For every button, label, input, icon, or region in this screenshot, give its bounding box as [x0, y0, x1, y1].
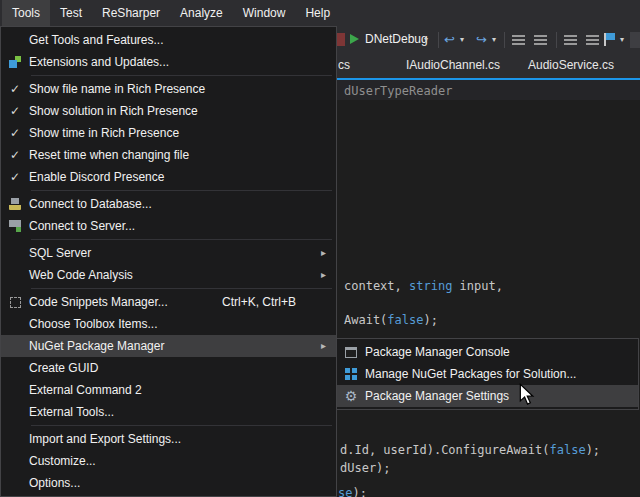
- tools-menu: Get Tools and Features...Extensions and …: [0, 26, 337, 497]
- menu-item-label: Extensions and Updates...: [29, 55, 336, 69]
- menu-item-shortcut: Ctrl+K, Ctrl+B: [222, 295, 296, 309]
- code-segment: );: [423, 313, 437, 327]
- tab-audioservice[interactable]: AudioService.cs: [520, 53, 622, 78]
- code-line: se);: [338, 486, 367, 497]
- code-line: context, string input,: [344, 279, 503, 293]
- menu-item-label: Package Manager Console: [365, 345, 638, 359]
- unindent-icon[interactable]: [534, 35, 547, 45]
- menu-item-connect-to-server[interactable]: Connect to Server...: [1, 215, 336, 237]
- menu-item-show-solution-in-rich-presence[interactable]: ✓Show solution in Rich Presence: [1, 100, 336, 122]
- menu-separator: [31, 190, 332, 191]
- code-line: Await(false);: [344, 313, 438, 327]
- menu-item-sql-server[interactable]: SQL Server▸: [1, 242, 336, 264]
- menubar: ToolsTestReSharperAnalyzeWindowHelp: [0, 0, 640, 26]
- menu-item-show-file-name-in-rich-presence[interactable]: ✓Show file name in Rich Presence: [1, 78, 336, 100]
- menu-item-label: Options...: [29, 476, 336, 490]
- menu-item-label: Choose Toolbox Items...: [29, 317, 336, 331]
- gear-icon: [344, 389, 358, 403]
- menu-item-label: Reset time when changing file: [29, 148, 336, 162]
- debug-target-label[interactable]: DNetDebug: [365, 26, 428, 53]
- menu-item-options[interactable]: Options...: [1, 472, 336, 494]
- menu-separator: [31, 75, 332, 76]
- code-segment: dUserTypeReader: [344, 84, 452, 98]
- menu-item-import-and-export-settings[interactable]: Import and Export Settings...: [1, 428, 336, 450]
- tools-menu-list: Get Tools and Features...Extensions and …: [1, 29, 336, 494]
- menu-item-label: Show solution in Rich Presence: [29, 104, 336, 118]
- menu-item-customize[interactable]: Customize...: [1, 450, 336, 472]
- code-segment: se: [338, 486, 352, 497]
- menu-gutter: [337, 389, 365, 403]
- menu-gutter: [1, 198, 29, 210]
- menu-gutter: [1, 220, 29, 232]
- toolbar-overflow-button[interactable]: [630, 32, 640, 48]
- uncomment-icon[interactable]: [586, 35, 599, 45]
- menu-item-label: Create GUID: [29, 361, 336, 375]
- menu-item-get-tools-and-features[interactable]: Get Tools and Features...: [1, 29, 336, 51]
- comment-icon[interactable]: [564, 35, 577, 45]
- code-segment: false: [387, 313, 423, 327]
- menu-separator: [31, 239, 332, 240]
- navigate-forward-caret-icon[interactable]: ▾: [492, 26, 496, 53]
- navigate-forward-icon[interactable]: ↪: [476, 32, 487, 47]
- checkmark-icon: ✓: [1, 104, 29, 118]
- menu-item-label: External Command 2: [29, 383, 336, 397]
- menu-item-label: Connect to Database...: [29, 197, 336, 211]
- tab-iaudiochannel[interactable]: IAudioChannel.cs: [398, 53, 508, 78]
- code-segment: string: [409, 279, 452, 293]
- toolbar-separator: [438, 32, 439, 48]
- code-line: dUser);: [340, 461, 391, 475]
- server-icon: [9, 220, 21, 232]
- bookmark-caret-icon[interactable]: ▾: [620, 26, 624, 53]
- menu-item-label: Enable Discord Presence: [29, 170, 336, 184]
- menu-item-package-manager-settings[interactable]: Package Manager Settings: [337, 385, 638, 407]
- menu-item-connect-to-database[interactable]: Connect to Database...: [1, 193, 336, 215]
- code-segment: false: [550, 443, 586, 457]
- menubar-item-analyze[interactable]: Analyze: [170, 0, 233, 26]
- checkmark-icon: ✓: [1, 148, 29, 162]
- menubar-item-tools[interactable]: Tools: [2, 0, 50, 26]
- console-icon: [345, 347, 357, 358]
- menubar-item-window[interactable]: Window: [233, 0, 296, 26]
- menu-gutter: [1, 56, 29, 68]
- menu-gutter: [337, 347, 365, 358]
- menu-separator: [31, 425, 332, 426]
- start-debugging-icon[interactable]: [350, 34, 359, 44]
- code-segment: dUser);: [340, 461, 391, 475]
- menu-item-manage-nuget-packages-for-solution[interactable]: Manage NuGet Packages for Solution...: [337, 363, 638, 385]
- menubar-item-resharper[interactable]: ReSharper: [92, 0, 170, 26]
- menu-item-reset-time-when-changing-file[interactable]: ✓Reset time when changing file: [1, 144, 336, 166]
- checkmark-icon: ✓: [1, 170, 29, 184]
- menu-item-external-command-2[interactable]: External Command 2: [1, 379, 336, 401]
- menu-item-external-tools[interactable]: External Tools...: [1, 401, 336, 423]
- menu-item-web-code-analysis[interactable]: Web Code Analysis▸: [1, 264, 336, 286]
- code-segment: input,: [452, 279, 503, 293]
- menu-item-enable-discord-presence[interactable]: ✓Enable Discord Presence: [1, 166, 336, 188]
- code-line: d.Id, userId).ConfigureAwait(false);: [340, 443, 600, 457]
- menu-item-nuget-package-manager[interactable]: NuGet Package Manager▸: [1, 335, 336, 357]
- menu-item-extensions-and-updates[interactable]: Extensions and Updates...: [1, 51, 336, 73]
- indent-icon[interactable]: [512, 35, 525, 45]
- submenu-arrow-icon: ▸: [321, 341, 326, 351]
- menu-item-label: NuGet Package Manager: [29, 339, 336, 353]
- code-segment: Await(: [344, 313, 387, 327]
- menubar-item-help[interactable]: Help: [295, 0, 340, 26]
- checkmark-icon: ✓: [1, 126, 29, 140]
- menu-gutter: [1, 297, 29, 308]
- menu-item-choose-toolbox-items[interactable]: Choose Toolbox Items...: [1, 313, 336, 335]
- menu-item-code-snippets-manager[interactable]: Code Snippets Manager...Ctrl+K, Ctrl+B: [1, 291, 336, 313]
- code-segment: );: [352, 486, 366, 497]
- menu-item-create-guid[interactable]: Create GUID: [1, 357, 336, 379]
- code-segment: context,: [344, 279, 409, 293]
- toolbar-separator: [504, 32, 505, 48]
- menu-item-label: Connect to Server...: [29, 219, 336, 233]
- navigate-backward-icon[interactable]: ↩: [444, 32, 455, 47]
- navigate-backward-caret-icon[interactable]: ▾: [460, 26, 464, 53]
- menu-item-show-time-in-rich-presence[interactable]: ✓Show time in Rich Presence: [1, 122, 336, 144]
- nuget-icon: [345, 368, 357, 380]
- debug-target-caret-icon[interactable]: ▾: [424, 26, 428, 53]
- bookmark-icon[interactable]: [604, 33, 606, 46]
- toolbar-partial-icon[interactable]: [336, 33, 345, 46]
- menu-item-package-manager-console[interactable]: Package Manager Console: [337, 341, 638, 363]
- menubar-item-test[interactable]: Test: [50, 0, 92, 26]
- extensions-icon: [9, 56, 21, 68]
